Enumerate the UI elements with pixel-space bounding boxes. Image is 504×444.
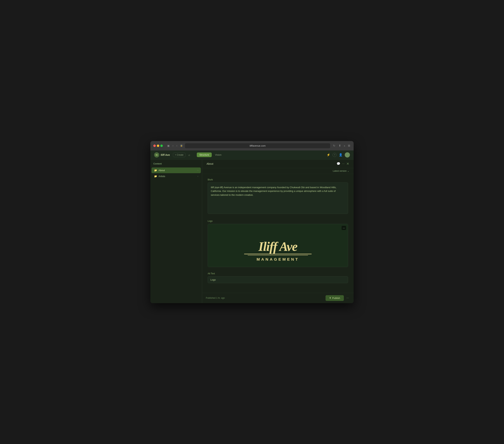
panel-header-right: 💬 ··· ✕	[337, 162, 349, 166]
sidebar-item-about-label: About	[159, 169, 165, 172]
back-button[interactable]: ‹	[172, 144, 174, 148]
site-name-label: Iliff Ave	[161, 153, 170, 156]
panel-footer: Published 1 hr. ago ⬆ Publish ···	[202, 293, 354, 303]
site-logo-area: IA Iliff Ave	[154, 152, 170, 157]
tab-vision[interactable]: Vision	[213, 152, 224, 157]
grid-view-icon[interactable]: ⊞	[347, 144, 351, 148]
footer-right: ⬆ Publish ···	[325, 295, 350, 301]
header-nav: Structure Vision	[197, 152, 224, 157]
blurb-textarea[interactable]: Iliff (eye-liff) Avenue is an independen…	[208, 183, 348, 214]
create-button[interactable]: + Create	[173, 153, 185, 157]
blurb-label: Blurb	[208, 178, 348, 181]
address-bar[interactable]	[185, 143, 330, 148]
header-right: ⚡ ? 👤	[327, 152, 350, 157]
comment-icon[interactable]: 💬	[337, 162, 340, 166]
main-panel: About 💬 ··· ✕ Latest version ⌄ Blurb Ili…	[202, 160, 354, 303]
folder-icon-artists: 📁	[154, 175, 157, 178]
site-avatar[interactable]: IA	[154, 152, 159, 157]
logo-svg: Iliff Ave MANAGEMENT	[234, 228, 322, 263]
sidebar-item-about[interactable]: 📁 About ›	[151, 167, 201, 173]
close-window-button[interactable]	[153, 145, 156, 147]
user-icon[interactable]: 👤	[339, 153, 342, 157]
sidebar-toggle-icon[interactable]: ▣	[166, 144, 170, 148]
panel-close-button[interactable]: ✕	[346, 162, 349, 166]
panel-more-button[interactable]: ···	[342, 162, 344, 166]
alt-text-section: Alt Text	[208, 272, 348, 283]
svg-text:Iliff Ave: Iliff Ave	[258, 239, 297, 253]
panel-title: About	[207, 162, 213, 165]
svg-text:MANAGEMENT: MANAGEMENT	[257, 257, 299, 261]
publish-button[interactable]: ⬆ Publish	[325, 295, 344, 301]
chevron-right-artists-icon: ›	[198, 175, 198, 177]
help-icon[interactable]: ?	[333, 153, 337, 157]
sidebar: Content 📁 About › 📁 Artists ›	[150, 160, 202, 303]
security-icon: 🔒	[180, 144, 183, 147]
flash-icon[interactable]: ⚡	[327, 153, 330, 157]
sidebar-item-artists[interactable]: 📁 Artists ›	[151, 173, 201, 179]
browser-window: ▣ ‹ › 🔒 ↻ ⬆ + ⊞ IA Iliff Ave + Create ⌕	[150, 141, 354, 303]
publish-label: Publish	[332, 297, 340, 299]
share-icon[interactable]: ⬆	[338, 144, 342, 148]
tab-structure[interactable]: Structure	[197, 152, 212, 157]
alt-text-label: Alt Text	[208, 272, 348, 275]
version-selector[interactable]: Latest version ⌄	[202, 168, 354, 174]
publish-icon: ⬆	[329, 297, 331, 299]
refresh-button[interactable]: ↻	[332, 144, 336, 148]
browser-right-controls: ⬆ + ⊞	[338, 144, 351, 148]
logo-container: ··· Iliff Ave MANAGEMENT	[208, 224, 348, 267]
logo-more-button[interactable]: ···	[342, 226, 346, 230]
sidebar-header: Content	[150, 163, 202, 167]
sidebar-item-artists-label: Artists	[159, 175, 165, 178]
app-body: Content 📁 About › 📁 Artists › About	[150, 160, 354, 303]
logo-section: Logo ··· Iliff Ave	[208, 220, 348, 267]
app-header: IA Iliff Ave + Create ⌕ Structure Vision…	[150, 150, 354, 160]
logo-image-area: Iliff Ave MANAGEMENT	[208, 224, 348, 267]
search-button[interactable]: ⌕	[188, 153, 190, 156]
maximize-window-button[interactable]	[160, 145, 163, 147]
chevron-down-icon: ⌄	[347, 170, 349, 172]
panel-header: About 💬 ··· ✕	[202, 160, 354, 168]
folder-icon-about: 📁	[154, 169, 157, 172]
browser-chrome: ▣ ‹ › 🔒 ↻ ⬆ + ⊞	[150, 141, 354, 150]
minimize-window-button[interactable]	[157, 145, 159, 147]
footer-more-button[interactable]: ···	[345, 296, 350, 300]
version-label: Latest version	[333, 170, 347, 172]
alt-text-input[interactable]	[208, 276, 348, 283]
chevron-right-about-icon: ›	[198, 169, 198, 171]
content-area: Blurb Iliff (eye-liff) Avenue is an inde…	[202, 174, 354, 293]
logo-label: Logo	[208, 220, 348, 222]
browser-controls: ▣ ‹ ›	[166, 144, 178, 148]
traffic-lights	[153, 145, 163, 147]
user-avatar[interactable]	[345, 152, 350, 157]
blurb-section: Blurb Iliff (eye-liff) Avenue is an inde…	[208, 178, 348, 215]
new-tab-button[interactable]: +	[343, 144, 346, 148]
published-status: Published 1 hr. ago	[206, 297, 225, 299]
forward-button[interactable]: ›	[176, 144, 178, 148]
